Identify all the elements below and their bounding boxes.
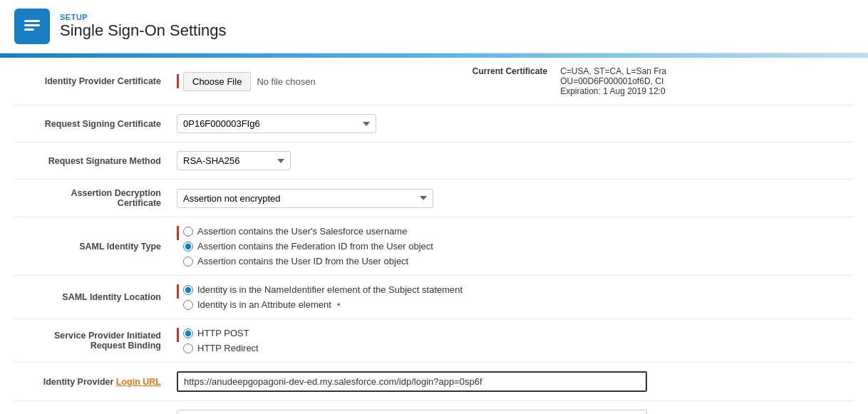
decryption-cert-select[interactable]: Assertion not encrypted <box>177 189 433 208</box>
row-decryption-cert: Assertion DecryptionCertificate Assertio… <box>14 180 854 217</box>
sp-binding-label-1: HTTP POST <box>197 328 249 338</box>
saml-identity-location-group: Identity is in the NameIdentifier elemen… <box>183 284 463 310</box>
label-signature-method: Request Signature Method <box>14 143 171 180</box>
required-indicator <box>177 74 179 88</box>
svg-rect-3 <box>24 29 34 31</box>
row-signature-method: Request Signature Method RSA-SHA256 RSA-… <box>14 143 854 180</box>
label-sp-binding: Service Provider InitiatedRequest Bindin… <box>14 319 171 363</box>
form-content: Identity Provider Certificate Choose Fil… <box>0 58 868 414</box>
row-idp-login-url: Identity Provider Login URL <box>14 363 854 401</box>
saml-type-label-1: Assertion contains the User's Salesforce… <box>197 226 407 237</box>
blue-dot: • <box>337 299 341 310</box>
saml-location-option-1[interactable]: Identity is in the NameIdentifier elemen… <box>183 284 463 295</box>
saml-location-label-2: Identity is in an Attribute element <box>197 299 331 310</box>
current-cert-label: Current Certificate <box>472 66 547 76</box>
field-decryption-cert: Assertion not encrypted <box>171 180 854 217</box>
row-sp-binding: Service Provider InitiatedRequest Bindin… <box>14 319 854 363</box>
row-custom-logout-url: Custom Logout URL <box>14 401 854 415</box>
saml-location-label-1: Identity is in the NameIdentifier elemen… <box>197 284 463 295</box>
label-saml-identity-type: SAML Identity Type <box>14 217 171 276</box>
required-indicator-sp-binding <box>177 328 179 342</box>
saml-type-option-3[interactable]: Assertion contains the User ID from the … <box>183 256 433 266</box>
no-file-text: No file chosen <box>257 76 315 87</box>
idp-login-url-input[interactable] <box>177 371 647 392</box>
saml-type-label-2: Assertion contains the Federation ID fro… <box>197 241 433 252</box>
saml-type-option-1[interactable]: Assertion contains the User's Salesforce… <box>183 226 433 237</box>
label-custom-logout-url: Custom Logout URL <box>14 401 171 415</box>
current-cert-value: C=USA, ST=CA, L=San FraOU=00D6F000001of6… <box>560 66 666 96</box>
saml-location-radio-2[interactable] <box>183 300 193 310</box>
svg-rect-1 <box>24 20 40 22</box>
field-idp-cert: Choose File No file chosen Current Certi… <box>171 58 854 105</box>
sp-binding-option-1[interactable]: HTTP POST <box>183 328 259 338</box>
row-saml-identity-location: SAML Identity Location Identity is in th… <box>14 276 854 319</box>
saml-location-radio-1[interactable] <box>183 285 193 295</box>
svg-rect-2 <box>24 24 40 26</box>
field-idp-login-url <box>171 363 854 401</box>
choose-file-button[interactable]: Choose File <box>183 72 251 91</box>
form-table: Identity Provider Certificate Choose Fil… <box>14 58 854 414</box>
saml-type-radio-2[interactable] <box>183 242 193 252</box>
field-custom-logout-url <box>171 401 854 415</box>
saml-type-option-2[interactable]: Assertion contains the Federation ID fro… <box>183 241 433 252</box>
row-saml-identity-type: SAML Identity Type Assertion contains th… <box>14 217 854 276</box>
sp-binding-label-2: HTTP Redirect <box>197 343 259 353</box>
label-idp-login-url: Identity Provider Login URL <box>14 363 171 401</box>
login-url-link[interactable]: Login URL <box>116 377 161 387</box>
label-saml-identity-location: SAML Identity Location <box>14 276 171 319</box>
signature-method-select[interactable]: RSA-SHA256 RSA-SHA1 <box>177 151 291 170</box>
required-indicator-saml-location <box>177 284 179 299</box>
sp-binding-group: HTTP POST HTTP Redirect <box>183 328 259 353</box>
saml-location-option-2[interactable]: Identity is in an Attribute element • <box>183 299 463 310</box>
custom-logout-url-input[interactable] <box>177 410 647 414</box>
field-sp-binding: HTTP POST HTTP Redirect <box>171 319 854 363</box>
field-signing-cert: 0P16F000003FIg6 <box>171 105 854 143</box>
field-saml-identity-location: Identity is in the NameIdentifier elemen… <box>171 276 854 319</box>
required-indicator-saml-type <box>177 226 179 240</box>
page-header: SETUP Single Sign-On Settings <box>0 0 868 53</box>
label-decryption-cert: Assertion DecryptionCertificate <box>14 180 171 217</box>
row-idp-cert: Identity Provider Certificate Choose Fil… <box>14 58 854 105</box>
saml-type-radio-1[interactable] <box>183 227 193 237</box>
saml-identity-type-group: Assertion contains the User's Salesforce… <box>183 226 433 266</box>
label-idp-cert: Identity Provider Certificate <box>14 58 171 105</box>
setup-label: SETUP <box>60 13 227 21</box>
field-signature-method: RSA-SHA256 RSA-SHA1 <box>171 143 854 180</box>
field-saml-identity-type: Assertion contains the User's Salesforce… <box>171 217 854 276</box>
saml-type-radio-3[interactable] <box>183 257 193 266</box>
signing-cert-select[interactable]: 0P16F000003FIg6 <box>177 114 376 133</box>
header-icon <box>14 9 50 44</box>
saml-type-label-3: Assertion contains the User ID from the … <box>197 256 408 266</box>
sp-binding-radio-1[interactable] <box>183 328 193 338</box>
label-signing-cert: Request Signing Certificate <box>14 105 171 143</box>
sp-binding-option-2[interactable]: HTTP Redirect <box>183 343 259 353</box>
page-title: Single Sign-On Settings <box>60 21 227 40</box>
header-text: SETUP Single Sign-On Settings <box>60 13 227 40</box>
row-signing-cert: Request Signing Certificate 0P16F000003F… <box>14 105 854 143</box>
sp-binding-radio-2[interactable] <box>183 343 193 353</box>
